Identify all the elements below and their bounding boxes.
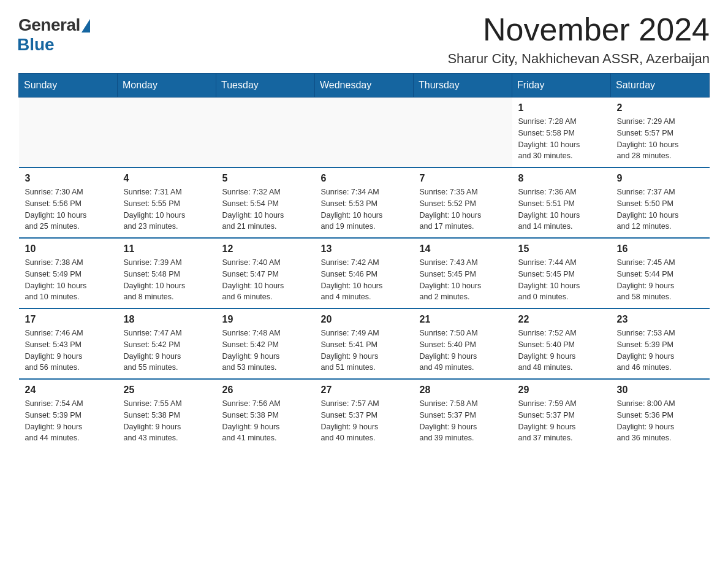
day-number: 17 bbox=[25, 314, 112, 325]
day-number: 23 bbox=[617, 314, 703, 325]
calendar-cell: 24Sunrise: 7:54 AM Sunset: 5:39 PM Dayli… bbox=[19, 379, 118, 449]
day-info: Sunrise: 7:59 AM Sunset: 5:37 PM Dayligh… bbox=[518, 398, 605, 444]
calendar-cell: 1Sunrise: 7:28 AM Sunset: 5:58 PM Daylig… bbox=[512, 98, 611, 168]
day-number: 13 bbox=[321, 243, 408, 255]
day-info: Sunrise: 7:56 AM Sunset: 5:38 PM Dayligh… bbox=[222, 398, 309, 444]
day-info: Sunrise: 7:32 AM Sunset: 5:54 PM Dayligh… bbox=[222, 186, 309, 232]
day-number: 3 bbox=[25, 173, 112, 184]
calendar-table: SundayMondayTuesdayWednesdayThursdayFrid… bbox=[18, 73, 710, 449]
day-info: Sunrise: 7:37 AM Sunset: 5:50 PM Dayligh… bbox=[617, 186, 703, 232]
day-number: 5 bbox=[222, 173, 309, 184]
weekday-header-row: SundayMondayTuesdayWednesdayThursdayFrid… bbox=[19, 74, 710, 98]
logo-blue-text: Blue bbox=[17, 35, 55, 55]
calendar-cell: 7Sunrise: 7:35 AM Sunset: 5:52 PM Daylig… bbox=[414, 167, 512, 238]
weekday-header-tuesday: Tuesday bbox=[216, 74, 315, 98]
day-number: 12 bbox=[222, 243, 309, 255]
calendar-cell: 12Sunrise: 7:40 AM Sunset: 5:47 PM Dayli… bbox=[216, 238, 315, 308]
day-number: 1 bbox=[518, 102, 605, 113]
day-info: Sunrise: 7:35 AM Sunset: 5:52 PM Dayligh… bbox=[420, 186, 506, 232]
calendar-week-row: 1Sunrise: 7:28 AM Sunset: 5:58 PM Daylig… bbox=[19, 98, 710, 168]
calendar-cell: 2Sunrise: 7:29 AM Sunset: 5:57 PM Daylig… bbox=[611, 98, 710, 168]
calendar-cell: 17Sunrise: 7:46 AM Sunset: 5:43 PM Dayli… bbox=[19, 308, 118, 379]
calendar-cell: 30Sunrise: 8:00 AM Sunset: 5:36 PM Dayli… bbox=[611, 379, 710, 449]
day-info: Sunrise: 7:57 AM Sunset: 5:37 PM Dayligh… bbox=[321, 398, 408, 444]
calendar-cell: 13Sunrise: 7:42 AM Sunset: 5:46 PM Dayli… bbox=[315, 238, 414, 308]
day-info: Sunrise: 7:46 AM Sunset: 5:43 PM Dayligh… bbox=[25, 327, 112, 373]
day-info: Sunrise: 8:00 AM Sunset: 5:36 PM Dayligh… bbox=[617, 398, 703, 444]
calendar-cell: 5Sunrise: 7:32 AM Sunset: 5:54 PM Daylig… bbox=[216, 167, 315, 238]
calendar-week-row: 3Sunrise: 7:30 AM Sunset: 5:56 PM Daylig… bbox=[19, 167, 710, 238]
day-number: 8 bbox=[518, 173, 605, 184]
calendar-cell: 28Sunrise: 7:58 AM Sunset: 5:37 PM Dayli… bbox=[414, 379, 512, 449]
day-info: Sunrise: 7:30 AM Sunset: 5:56 PM Dayligh… bbox=[25, 186, 112, 232]
calendar-cell: 19Sunrise: 7:48 AM Sunset: 5:42 PM Dayli… bbox=[216, 308, 315, 379]
calendar-cell: 11Sunrise: 7:39 AM Sunset: 5:48 PM Dayli… bbox=[118, 238, 216, 308]
day-number: 27 bbox=[321, 385, 408, 396]
day-number: 14 bbox=[420, 243, 506, 255]
calendar-cell bbox=[118, 98, 216, 168]
weekday-header-thursday: Thursday bbox=[414, 74, 512, 98]
day-info: Sunrise: 7:42 AM Sunset: 5:46 PM Dayligh… bbox=[321, 257, 408, 303]
title-area: November 2024 Sharur City, Nakhichevan A… bbox=[447, 12, 710, 67]
day-info: Sunrise: 7:31 AM Sunset: 5:55 PM Dayligh… bbox=[124, 186, 210, 232]
day-number: 30 bbox=[617, 385, 703, 396]
calendar-cell: 29Sunrise: 7:59 AM Sunset: 5:37 PM Dayli… bbox=[512, 379, 611, 449]
calendar-cell: 16Sunrise: 7:45 AM Sunset: 5:44 PM Dayli… bbox=[611, 238, 710, 308]
calendar-cell: 8Sunrise: 7:36 AM Sunset: 5:51 PM Daylig… bbox=[512, 167, 611, 238]
calendar-header: SundayMondayTuesdayWednesdayThursdayFrid… bbox=[19, 74, 710, 98]
day-info: Sunrise: 7:44 AM Sunset: 5:45 PM Dayligh… bbox=[518, 257, 605, 303]
weekday-header-wednesday: Wednesday bbox=[315, 74, 414, 98]
day-number: 24 bbox=[25, 385, 112, 396]
day-number: 28 bbox=[420, 385, 506, 396]
day-number: 10 bbox=[25, 243, 112, 255]
page-title: November 2024 bbox=[447, 12, 710, 47]
calendar-cell: 25Sunrise: 7:55 AM Sunset: 5:38 PM Dayli… bbox=[118, 379, 216, 449]
calendar-cell: 22Sunrise: 7:52 AM Sunset: 5:40 PM Dayli… bbox=[512, 308, 611, 379]
calendar-week-row: 17Sunrise: 7:46 AM Sunset: 5:43 PM Dayli… bbox=[19, 308, 710, 379]
calendar-cell: 27Sunrise: 7:57 AM Sunset: 5:37 PM Dayli… bbox=[315, 379, 414, 449]
calendar-week-row: 10Sunrise: 7:38 AM Sunset: 5:49 PM Dayli… bbox=[19, 238, 710, 308]
day-number: 20 bbox=[321, 314, 408, 325]
calendar-cell: 14Sunrise: 7:43 AM Sunset: 5:45 PM Dayli… bbox=[414, 238, 512, 308]
day-info: Sunrise: 7:53 AM Sunset: 5:39 PM Dayligh… bbox=[617, 327, 703, 373]
weekday-header-saturday: Saturday bbox=[611, 74, 710, 98]
day-info: Sunrise: 7:29 AM Sunset: 5:57 PM Dayligh… bbox=[617, 116, 703, 162]
day-number: 2 bbox=[617, 102, 703, 113]
day-info: Sunrise: 7:45 AM Sunset: 5:44 PM Dayligh… bbox=[617, 257, 703, 303]
weekday-header-friday: Friday bbox=[512, 74, 611, 98]
day-info: Sunrise: 7:54 AM Sunset: 5:39 PM Dayligh… bbox=[25, 398, 112, 444]
day-info: Sunrise: 7:39 AM Sunset: 5:48 PM Dayligh… bbox=[124, 257, 210, 303]
calendar-cell bbox=[315, 98, 414, 168]
day-info: Sunrise: 7:34 AM Sunset: 5:53 PM Dayligh… bbox=[321, 186, 408, 232]
day-number: 4 bbox=[124, 173, 210, 184]
calendar-cell: 6Sunrise: 7:34 AM Sunset: 5:53 PM Daylig… bbox=[315, 167, 414, 238]
day-info: Sunrise: 7:49 AM Sunset: 5:41 PM Dayligh… bbox=[321, 327, 408, 373]
day-number: 26 bbox=[222, 385, 309, 396]
day-info: Sunrise: 7:55 AM Sunset: 5:38 PM Dayligh… bbox=[124, 398, 210, 444]
day-number: 18 bbox=[124, 314, 210, 325]
day-number: 11 bbox=[124, 243, 210, 255]
calendar-cell: 4Sunrise: 7:31 AM Sunset: 5:55 PM Daylig… bbox=[118, 167, 216, 238]
header: General Blue November 2024 Sharur City, … bbox=[18, 12, 710, 67]
day-info: Sunrise: 7:40 AM Sunset: 5:47 PM Dayligh… bbox=[222, 257, 309, 303]
weekday-header-sunday: Sunday bbox=[19, 74, 118, 98]
logo-triangle-icon bbox=[82, 19, 90, 33]
day-info: Sunrise: 7:36 AM Sunset: 5:51 PM Dayligh… bbox=[518, 186, 605, 232]
day-info: Sunrise: 7:43 AM Sunset: 5:45 PM Dayligh… bbox=[420, 257, 506, 303]
day-number: 29 bbox=[518, 385, 605, 396]
day-info: Sunrise: 7:50 AM Sunset: 5:40 PM Dayligh… bbox=[420, 327, 506, 373]
calendar-cell: 21Sunrise: 7:50 AM Sunset: 5:40 PM Dayli… bbox=[414, 308, 512, 379]
day-number: 7 bbox=[420, 173, 506, 184]
calendar-cell bbox=[216, 98, 315, 168]
day-info: Sunrise: 7:47 AM Sunset: 5:42 PM Dayligh… bbox=[124, 327, 210, 373]
day-info: Sunrise: 7:38 AM Sunset: 5:49 PM Dayligh… bbox=[25, 257, 112, 303]
day-info: Sunrise: 7:28 AM Sunset: 5:58 PM Dayligh… bbox=[518, 116, 605, 162]
calendar-cell: 3Sunrise: 7:30 AM Sunset: 5:56 PM Daylig… bbox=[19, 167, 118, 238]
calendar-cell bbox=[414, 98, 512, 168]
day-info: Sunrise: 7:58 AM Sunset: 5:37 PM Dayligh… bbox=[420, 398, 506, 444]
day-number: 22 bbox=[518, 314, 605, 325]
day-info: Sunrise: 7:52 AM Sunset: 5:40 PM Dayligh… bbox=[518, 327, 605, 373]
day-number: 16 bbox=[617, 243, 703, 255]
calendar-cell: 15Sunrise: 7:44 AM Sunset: 5:45 PM Dayli… bbox=[512, 238, 611, 308]
logo: General Blue bbox=[18, 15, 90, 55]
